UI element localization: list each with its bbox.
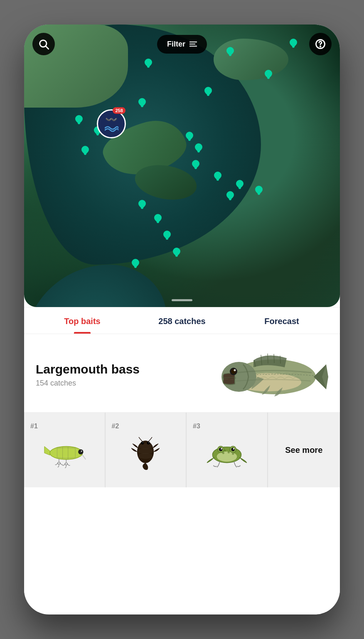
search-icon	[38, 38, 49, 50]
svg-line-10	[280, 356, 280, 364]
bait-rank-3: #3	[191, 423, 200, 430]
map-pin[interactable]	[204, 87, 212, 98]
map-pin[interactable]	[131, 259, 140, 270]
svg-point-43	[221, 448, 222, 449]
svg-point-15	[50, 447, 83, 460]
map-pin[interactable]	[236, 180, 244, 191]
bait-rank-2: #2	[110, 423, 119, 430]
bait-card-3[interactable]: #3	[187, 413, 268, 487]
bait-rank-1: #1	[28, 423, 38, 430]
map-pin[interactable]	[185, 132, 194, 143]
fish-catches: 154 catches	[36, 379, 140, 388]
bait-card-1[interactable]: #1	[24, 413, 106, 487]
tab-258-catches[interactable]: 258 catches	[132, 307, 232, 334]
phone-frame: 258 〰️ Filter	[24, 25, 340, 614]
svg-point-23	[65, 463, 67, 465]
svg-point-31	[143, 442, 144, 443]
map-pin[interactable]	[264, 70, 273, 81]
fish-section: Largemouth bass 154 catches	[24, 334, 340, 413]
svg-point-42	[231, 447, 235, 451]
water-body-right	[24, 265, 166, 307]
bait-image-1	[37, 435, 91, 472]
question-icon	[315, 38, 326, 50]
map-pin[interactable]	[75, 115, 83, 126]
map-pin[interactable]	[192, 160, 200, 171]
cluster-badge[interactable]: 258 〰️	[97, 109, 126, 138]
see-more-label: See more	[285, 445, 322, 455]
svg-point-32	[148, 442, 150, 443]
map-pin[interactable]	[154, 214, 162, 225]
fish-illustration	[220, 346, 328, 404]
map-pin[interactable]	[163, 231, 171, 241]
map-pin[interactable]	[226, 191, 234, 202]
tabs-row: Top baits 258 catches Forecast	[24, 307, 340, 334]
svg-line-1	[46, 46, 48, 49]
see-more-card[interactable]: See more	[268, 413, 340, 487]
map-pin[interactable]	[138, 98, 146, 109]
map-pin[interactable]	[138, 200, 146, 211]
fish-image	[220, 346, 328, 404]
filter-icon	[189, 42, 197, 47]
tab-forecast[interactable]: Forecast	[232, 307, 332, 334]
map-pin[interactable]	[194, 143, 203, 154]
fish-name: Largemouth bass	[36, 362, 140, 376]
svg-point-36	[227, 451, 229, 453]
svg-point-14	[234, 369, 236, 371]
bait-card-2[interactable]: #2	[106, 413, 187, 487]
map-pin[interactable]	[81, 146, 89, 157]
svg-point-41	[219, 447, 223, 451]
frog-lure-icon	[202, 440, 252, 467]
tab-top-baits[interactable]: Top baits	[32, 307, 132, 334]
svg-point-38	[224, 450, 226, 451]
svg-point-20	[81, 451, 82, 452]
map-pin[interactable]	[214, 172, 222, 182]
cluster-waves-icon: 〰️	[105, 115, 118, 125]
map-pin[interactable]	[172, 248, 181, 258]
map-container: 258 〰️ Filter	[24, 25, 340, 307]
filter-label: Filter	[167, 40, 185, 49]
crankbait-icon	[42, 439, 87, 468]
bait-image-2	[118, 435, 172, 472]
grub-icon	[127, 437, 164, 470]
cluster-count: 258	[113, 107, 125, 114]
waves-icon	[104, 125, 118, 133]
map-pin[interactable]	[255, 186, 263, 197]
svg-line-9	[274, 354, 274, 363]
bait-image-3	[200, 435, 254, 472]
svg-point-44	[233, 448, 234, 449]
svg-point-24	[58, 462, 60, 464]
svg-point-37	[232, 452, 234, 455]
map-header: Filter	[24, 33, 340, 55]
map-pin[interactable]	[144, 59, 152, 69]
svg-point-28	[138, 453, 152, 459]
tabs-section: Top baits 258 catches Forecast	[24, 307, 340, 334]
fish-info: Largemouth bass 154 catches	[36, 362, 140, 388]
baits-grid: #1	[24, 413, 340, 487]
svg-point-34	[216, 451, 237, 461]
filter-button[interactable]: Filter	[157, 35, 207, 54]
drag-handle[interactable]	[172, 299, 192, 301]
help-button[interactable]	[309, 33, 332, 55]
svg-point-3	[320, 46, 321, 47]
bottom-space	[24, 487, 340, 612]
map-background: 258 〰️	[24, 25, 340, 307]
svg-line-8	[268, 354, 268, 364]
search-button[interactable]	[32, 33, 55, 55]
